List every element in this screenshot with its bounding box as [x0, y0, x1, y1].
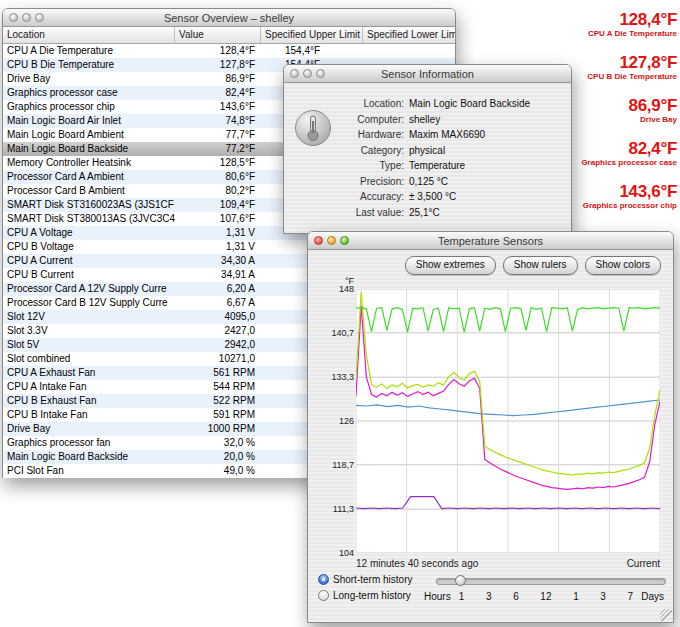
show-colors-button[interactable]: Show colors: [585, 256, 661, 275]
cell-location: Processor Card A 12V Supply Curre: [3, 282, 175, 296]
cell-value: 20,0 %: [175, 450, 261, 464]
cell-value: 86,9°F: [175, 72, 261, 86]
hours-tick: 6: [513, 591, 519, 602]
info-body: Location:Main Logic Board BacksideComput…: [284, 83, 571, 228]
sensor-readout: 143,6°FGraphics processor chip: [555, 182, 677, 211]
cell-lower-limit: [363, 44, 455, 58]
cell-value: 1000 RPM: [175, 422, 261, 436]
short-term-history-label: Short-term history: [333, 574, 412, 585]
table-header: Location Value Specified Upper Limit Spe…: [3, 27, 455, 44]
info-field: Category:physical: [338, 143, 563, 159]
days-label: Days: [641, 591, 664, 602]
cell-value: 109,4°F: [175, 198, 261, 212]
cell-location: CPU B Die Temperature: [3, 58, 175, 72]
chart-titlebar[interactable]: Temperature Sensors: [308, 232, 673, 250]
history-slider[interactable]: [436, 578, 666, 585]
field-value: shelley: [409, 112, 440, 128]
field-label: Type:: [338, 158, 404, 174]
cell-value: 522 RPM: [175, 394, 261, 408]
info-field: Accuracy:± 3,500 °C: [338, 189, 563, 205]
cell-location: SMART Disk ST3160023AS (3JS1CF: [3, 198, 175, 212]
field-value: 0,125 °C: [409, 174, 448, 190]
cell-value: 80,2°F: [175, 184, 261, 198]
history-slider-thumb[interactable]: [455, 575, 466, 586]
field-label: Accuracy:: [338, 189, 404, 205]
history-row-long: Long-term history Hours 13612137 Days: [318, 590, 664, 605]
column-header-lower-limit[interactable]: Specified Lower Limit: [363, 27, 455, 43]
cell-location: CPU B Current: [3, 268, 175, 282]
overview-titlebar[interactable]: Sensor Overview – shelley: [3, 9, 455, 27]
zoom-button[interactable]: [340, 236, 349, 245]
field-value: physical: [409, 143, 445, 159]
readout-value: 82,4°F: [555, 139, 677, 158]
cell-value: 128,5°F: [175, 156, 261, 170]
cell-location: SMART Disk ST380013AS (3JVC3C4: [3, 212, 175, 226]
cell-value: 544 RPM: [175, 380, 261, 394]
cell-location: Graphics processor fan: [3, 436, 175, 450]
field-label: Location:: [338, 96, 404, 112]
show-rulers-button[interactable]: Show rulers: [503, 256, 578, 275]
cell-value: 1,31 V: [175, 240, 261, 254]
cell-location: Processor Card A Ambient: [3, 170, 175, 184]
cell-value: 561 RPM: [175, 366, 261, 380]
cell-value: 2942,0: [175, 338, 261, 352]
cell-value: 32,0 %: [175, 436, 261, 450]
history-row-short: Short-term history: [318, 574, 664, 589]
long-term-history-radio[interactable]: [318, 590, 329, 601]
cell-value: 80,6°F: [175, 170, 261, 184]
column-header-upper-limit[interactable]: Specified Upper Limit: [261, 27, 363, 43]
readout-panel: 128,4°FCPU A Die Temperature127,8°FCPU B…: [555, 10, 677, 225]
cell-location: CPU A Exhaust Fan: [3, 366, 175, 380]
show-extremes-button[interactable]: Show extremes: [405, 256, 496, 275]
column-header-value[interactable]: Value: [175, 27, 261, 43]
cell-location: Drive Bay: [3, 72, 175, 86]
readout-value: 86,9°F: [555, 96, 677, 115]
resize-grip[interactable]: [660, 609, 672, 621]
readout-value: 143,6°F: [555, 182, 677, 201]
zoom-button[interactable]: [35, 13, 44, 22]
y-tick-label: 118,7: [332, 460, 354, 470]
y-tick-label: 126: [339, 416, 354, 426]
field-label: Precision:: [338, 174, 404, 190]
cell-location: Processor Card B Ambient: [3, 184, 175, 198]
thermometer-icon: [294, 109, 332, 147]
y-axis: 148140,7133,3126118,7111,3104: [316, 289, 354, 553]
info-titlebar[interactable]: Sensor Information: [284, 65, 571, 83]
cell-value: 2427,0: [175, 324, 261, 338]
short-term-history-radio[interactable]: [318, 574, 329, 585]
cell-location: CPU B Intake Fan: [3, 408, 175, 422]
sensor-readout: 86,9°FDrive Bay: [555, 96, 677, 125]
hours-scale-ticks: 13612137: [459, 591, 634, 602]
window-controls: [290, 69, 325, 78]
sensor-readout: 128,4°FCPU A Die Temperature: [555, 10, 677, 39]
cell-value: 127,8°F: [175, 58, 261, 72]
temperature-sensors-window: Temperature Sensors Show extremes Show r…: [307, 231, 674, 623]
minimize-button[interactable]: [22, 13, 31, 22]
minimize-button[interactable]: [303, 69, 312, 78]
close-button[interactable]: [9, 13, 18, 22]
readout-label: CPU B Die Temperature: [555, 72, 677, 82]
field-value: Main Logic Board Backside: [409, 96, 530, 112]
table-row[interactable]: CPU A Die Temperature128,4°F154,4°F: [3, 44, 455, 58]
chart-toolbar: Show extremes Show rulers Show colors: [405, 256, 661, 275]
field-value: Temperature: [409, 158, 465, 174]
column-header-location[interactable]: Location: [3, 27, 175, 43]
close-button[interactable]: [314, 236, 323, 245]
chart-plot-area[interactable]: [356, 289, 660, 553]
cell-value: 10271,0: [175, 352, 261, 366]
cell-location: Memory Controller Heatsink: [3, 156, 175, 170]
cell-value: 34,91 A: [175, 268, 261, 282]
cell-location: Drive Bay: [3, 422, 175, 436]
minimize-button[interactable]: [327, 236, 336, 245]
zoom-button[interactable]: [316, 69, 325, 78]
cell-value: 591 RPM: [175, 408, 261, 422]
info-field: Last value:25,1°C: [338, 205, 563, 221]
field-label: Computer:: [338, 112, 404, 128]
chart-window-title: Temperature Sensors: [438, 235, 543, 247]
close-button[interactable]: [290, 69, 299, 78]
y-tick-label: 133,3: [331, 372, 354, 382]
field-label: Last value:: [338, 205, 404, 221]
sensor-readout: 127,8°FCPU B Die Temperature: [555, 53, 677, 82]
cell-location: Main Logic Board Air Inlet: [3, 114, 175, 128]
readout-label: Graphics processor chip: [555, 201, 677, 211]
